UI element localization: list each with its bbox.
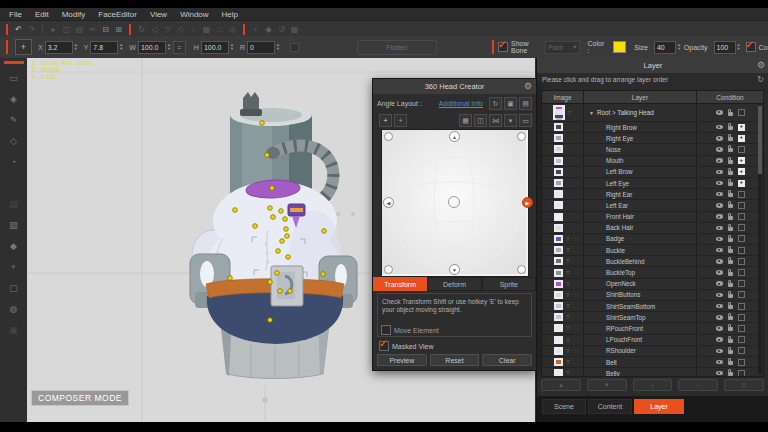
screen-icon[interactable]: ▭ bbox=[519, 114, 532, 127]
condition-checkbox[interactable] bbox=[738, 191, 745, 198]
visibility-eye-icon[interactable] bbox=[716, 192, 723, 197]
lock-icon[interactable] bbox=[728, 112, 733, 116]
condition-checkbox[interactable] bbox=[738, 303, 745, 310]
menu-item-view[interactable]: View bbox=[150, 10, 167, 19]
gear-icon[interactable]: ⚙ bbox=[757, 60, 765, 70]
visibility-eye-icon[interactable] bbox=[716, 214, 723, 219]
layer-row[interactable]: Left Brow bbox=[542, 167, 763, 178]
layer-row[interactable]: ⊤BuckleBehind bbox=[542, 256, 763, 267]
angle-preview[interactable]: ▲ ◀ ▼ ▶ bbox=[381, 129, 529, 277]
condition-checkbox[interactable] bbox=[738, 135, 745, 142]
show-bone-checkbox[interactable] bbox=[498, 42, 508, 52]
condition-checkbox[interactable] bbox=[738, 269, 745, 276]
motion-tool-icon[interactable]: + bbox=[6, 259, 22, 275]
layer-row[interactable]: ⊤ShirtButtons bbox=[542, 290, 763, 301]
visibility-eye-icon[interactable] bbox=[716, 270, 723, 275]
grid-icon[interactable]: ▦ bbox=[288, 23, 301, 35]
stepper-w[interactable]: ▲▼ bbox=[167, 43, 171, 51]
rotate-icon[interactable]: ↻ bbox=[135, 23, 148, 35]
move-down-button[interactable]: ▼ bbox=[587, 379, 627, 391]
field-y[interactable]: 7.8 bbox=[90, 41, 118, 54]
visibility-eye-icon[interactable] bbox=[716, 371, 723, 376]
condition-checkbox[interactable] bbox=[738, 291, 745, 298]
link-wh-icon[interactable]: = bbox=[173, 41, 186, 54]
layer-row[interactable]: Left Eye bbox=[542, 178, 763, 189]
bottom-tab-scene[interactable]: Scene bbox=[542, 399, 586, 414]
cut-icon[interactable]: ✂ bbox=[86, 23, 99, 35]
clear-button[interactable]: Clear bbox=[482, 354, 532, 366]
flip-h-icon[interactable]: ◁ bbox=[148, 23, 161, 35]
condition-checkbox[interactable] bbox=[738, 124, 745, 131]
size-stepper[interactable]: ▲▼ bbox=[677, 43, 681, 51]
stepper-y[interactable]: ▲▼ bbox=[119, 43, 123, 51]
move-up-button[interactable]: ▲ bbox=[541, 379, 581, 391]
angle-corner-topright[interactable] bbox=[517, 132, 526, 141]
visibility-eye-icon[interactable] bbox=[716, 248, 723, 253]
condition-checkbox[interactable] bbox=[738, 280, 745, 287]
select-icon[interactable]: ▸ bbox=[47, 23, 60, 35]
condition-checkbox[interactable] bbox=[738, 247, 745, 254]
bone-color-swatch[interactable] bbox=[613, 41, 626, 53]
lock-icon[interactable] bbox=[728, 316, 733, 320]
angle-down-button[interactable]: ▼ bbox=[449, 264, 460, 275]
stepper-down-icon[interactable]: ▼ bbox=[276, 47, 280, 51]
condition-checkbox[interactable] bbox=[738, 325, 745, 332]
visibility-eye-icon[interactable] bbox=[716, 110, 723, 115]
visibility-eye-icon[interactable] bbox=[716, 349, 723, 354]
layer-row[interactable]: ⊤RPouchFront bbox=[542, 323, 763, 334]
add-layer-button[interactable]: + bbox=[633, 379, 673, 391]
lock-icon[interactable] bbox=[728, 361, 733, 365]
condition-checkbox[interactable] bbox=[738, 180, 745, 187]
remove-layer-button[interactable]: − bbox=[678, 379, 718, 391]
angle-left-button[interactable]: ◀ bbox=[383, 197, 394, 208]
collapse-icon[interactable]: ▾ bbox=[504, 114, 517, 127]
stepper-down-icon[interactable]: ▼ bbox=[119, 47, 123, 51]
field-x[interactable]: 3.2 bbox=[45, 41, 73, 54]
lock-icon[interactable] bbox=[728, 305, 733, 309]
visibility-eye-icon[interactable] bbox=[716, 158, 723, 163]
layer-row[interactable]: Left Ear bbox=[542, 200, 763, 211]
gear-icon[interactable]: ⚙ bbox=[524, 81, 532, 91]
layer-row[interactable]: ⊤ShirtSeamBottom bbox=[542, 301, 763, 312]
angle-right-button[interactable]: ▶ bbox=[522, 197, 533, 208]
preview-button[interactable]: Preview bbox=[377, 354, 427, 366]
bone-style-dropdown[interactable]: Point ▾ bbox=[545, 41, 579, 54]
visibility-eye-icon[interactable] bbox=[716, 136, 723, 141]
opacity-field[interactable]: 100 bbox=[714, 41, 736, 54]
lock-icon[interactable] bbox=[728, 327, 733, 331]
condition-checkbox[interactable] bbox=[738, 157, 745, 164]
flip-v-icon[interactable]: ▽ bbox=[161, 23, 174, 35]
visibility-eye-icon[interactable] bbox=[716, 281, 723, 286]
menu-item-window[interactable]: Window bbox=[180, 10, 208, 19]
lock-icon[interactable] bbox=[728, 227, 733, 231]
visibility-eye-icon[interactable] bbox=[716, 293, 723, 298]
condition-checkbox[interactable] bbox=[738, 168, 745, 175]
face-tool-icon[interactable]: ◔ bbox=[6, 154, 22, 170]
save-icon[interactable]: ▣ bbox=[504, 97, 517, 110]
lock-icon[interactable] bbox=[728, 350, 733, 354]
visibility-eye-icon[interactable] bbox=[716, 237, 723, 242]
layer-row[interactable]: Nose bbox=[542, 144, 763, 155]
layer-row[interactable]: Back Hair bbox=[542, 223, 763, 234]
expand-icon[interactable]: ⊞ bbox=[112, 23, 125, 35]
lock-icon[interactable] bbox=[728, 148, 733, 152]
brush-tool-icon[interactable]: ▢ bbox=[6, 280, 22, 296]
target-icon[interactable]: ◎ bbox=[226, 23, 239, 35]
lock-icon[interactable] bbox=[728, 339, 733, 343]
scene-tool-icon[interactable]: ◈ bbox=[6, 91, 22, 107]
bounds-icon[interactable]: ▦ bbox=[459, 114, 472, 127]
stepper-down-icon[interactable]: ▼ bbox=[167, 47, 171, 51]
lock-icon[interactable] bbox=[728, 260, 733, 264]
lock-icon[interactable] bbox=[728, 249, 733, 253]
visibility-eye-icon[interactable] bbox=[716, 315, 723, 320]
condition-checkbox[interactable] bbox=[738, 224, 745, 231]
circle-tool-icon[interactable]: ◌ bbox=[6, 175, 22, 191]
lock-icon[interactable] bbox=[728, 372, 733, 376]
layer-row[interactable]: Right Eye bbox=[542, 133, 763, 144]
condition-checkbox[interactable] bbox=[738, 370, 745, 377]
condition-checkbox[interactable] bbox=[738, 336, 745, 343]
layer-row-root[interactable]: ⊤▼Root > Talking Head bbox=[542, 104, 763, 122]
collapse-icon[interactable]: ⊟ bbox=[99, 23, 112, 35]
lock-icon[interactable] bbox=[728, 216, 733, 220]
angle-center-button[interactable] bbox=[448, 196, 460, 208]
